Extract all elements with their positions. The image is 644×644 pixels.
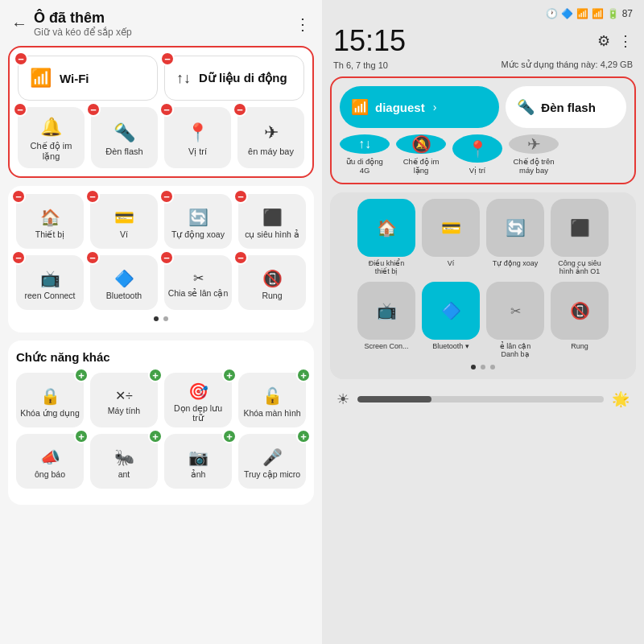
right-header: 15:15 ⚙ ⋮ [330, 24, 636, 58]
remove-badge[interactable]: − [14, 52, 28, 66]
rotate-tile[interactable]: − 🔄 Tự động xoay [164, 194, 232, 249]
remove-badge[interactable]: − [159, 250, 174, 265]
wallet2-wrap: 💳 Ví [422, 199, 480, 275]
app-lock-tile[interactable]: + 🔒 Khóa ứng dụng [16, 373, 84, 427]
ant-label: ant [118, 469, 130, 479]
dot-r3 [490, 365, 495, 369]
add-badge[interactable]: + [222, 429, 237, 444]
add-badge[interactable]: + [74, 368, 89, 382]
wallet2-icon: 💳 [441, 218, 461, 237]
add-badge[interactable]: + [148, 368, 163, 382]
screenconn2-label: Screen Con... [364, 342, 408, 350]
page-dots [16, 316, 306, 321]
bluetooth2-tile[interactable]: 🔷 [422, 282, 480, 340]
add-badge[interactable]: + [74, 429, 89, 444]
remove-badge[interactable]: − [86, 102, 101, 117]
bluetooth-icon: 🔷 [114, 269, 134, 288]
rotate2-tile[interactable]: 🔄 [486, 199, 544, 257]
bluetooth2-label: Bluetooth ▾ [432, 342, 469, 350]
nearby-share-tile[interactable]: − ✂ Chia sẻ lân cận [164, 255, 232, 310]
silent2-tile[interactable]: 🔕 [396, 134, 446, 154]
remove-badge[interactable]: − [159, 102, 174, 117]
vibrate2-tile[interactable]: 📵 [551, 282, 609, 340]
grid-row-1: − 🏠 Thiết bị − 💳 Ví − 🔄 Tự động xoay − ⬛… [16, 194, 306, 249]
right-top-row: 📶 diaguest › 🔦 Đèn flash [340, 86, 626, 128]
airplane2-tile[interactable]: ✈ [509, 134, 559, 154]
remove-badge[interactable]: − [160, 52, 175, 66]
more-menu-button[interactable]: ⋮ [295, 14, 311, 34]
screen2-tile[interactable]: ⬛ [551, 199, 609, 257]
screen-tool-tile[interactable]: − ⬛ cụ siêu hình ả [238, 194, 306, 249]
screen-label: cụ siêu hình ả [245, 229, 299, 239]
back-button[interactable]: ← [11, 14, 27, 33]
page-subtitle: Giữ và kéo để sắp xếp [34, 27, 132, 38]
bluetooth-label: Bluetooth [106, 291, 142, 300]
cleanup-icon: 🎯 [188, 382, 208, 401]
cleanup-tile[interactable]: + 🎯 Dọn dẹp lưu trữ [164, 373, 232, 427]
screen-lock-tile[interactable]: + 🔓 Khóa màn hình [238, 373, 306, 427]
add-badge[interactable]: + [148, 429, 163, 444]
remove-badge[interactable]: − [85, 189, 100, 204]
mobile4g-tile[interactable]: ↑↓ [340, 134, 390, 154]
home-tile[interactable]: − 🏠 Thiết bị [16, 194, 84, 249]
remove-badge[interactable]: − [85, 250, 100, 265]
remove-badge[interactable]: − [13, 102, 27, 117]
silent-tile[interactable]: − 🔔 Chế độ im lặng [18, 107, 85, 168]
photo-tile[interactable]: + 📷 ảnh [164, 434, 232, 489]
flash-tile[interactable]: − 🔦 Đèn flash [91, 107, 158, 168]
screen-connect-tile[interactable]: − 📺 reen Connect [16, 255, 84, 310]
location-tile[interactable]: − 📍 Vị trí [164, 107, 231, 168]
remove-badge[interactable]: − [11, 250, 26, 265]
notify-tile[interactable]: + 📣 ông báo [16, 434, 84, 489]
wallet-tile[interactable]: − 💳 Ví [90, 194, 158, 249]
airplane-tile[interactable]: − ✈ ên máy bay [237, 107, 304, 168]
remove-badge[interactable]: − [159, 189, 174, 204]
left-header-left: ← Ô đã thêm Giữ và kéo để sắp xếp [11, 10, 132, 38]
signal-icon: 📶 [592, 8, 604, 19]
date-label: Th 6, 7 thg 10 [333, 60, 388, 70]
vibrate2-label: Rung [571, 342, 588, 350]
screenconn2-tile[interactable]: 📺 [357, 282, 415, 340]
wifi-tile[interactable]: − 📶 Wi-Fi [18, 56, 158, 101]
add-badge[interactable]: + [296, 429, 311, 444]
brightness-fill [357, 396, 431, 402]
secondary-tiles-section: − 🏠 Thiết bị − 💳 Ví − 🔄 Tự động xoay − ⬛… [8, 186, 314, 332]
mobile4g-label: ữu di động4G [346, 157, 383, 175]
screenconn2-wrap: 📺 Screen Con... [357, 282, 415, 358]
settings-icon[interactable]: ⚙ [597, 32, 610, 50]
right-header-icons: ⚙ ⋮ [597, 32, 633, 50]
vibrate-tile[interactable]: − 📵 Rung [238, 255, 306, 310]
brightness-row: ☀ 🌟 [330, 386, 636, 413]
vibrate-label: Rung [262, 291, 282, 300]
wallet2-tile[interactable]: 💳 [422, 199, 480, 257]
flash-white-tile[interactable]: 🔦 Đèn flash [506, 86, 626, 128]
bottom-tiles-row: − 🔔 Chế độ im lặng − 🔦 Đèn flash − 📍 Vị … [18, 107, 304, 168]
mobile-data-tile[interactable]: − ↑↓ Dữ liệu di động [164, 56, 304, 101]
home2-tile[interactable]: 🏠 [357, 199, 415, 257]
other-functions-section: Chức năng khác + 🔒 Khóa ứng dụng + ✕÷ Má… [8, 341, 314, 505]
nearby2-wrap: ✂ ẻ lân cậnDanh bạ [486, 282, 544, 358]
remove-badge[interactable]: − [233, 189, 248, 204]
add-badge[interactable]: + [222, 368, 237, 382]
right-panel: 🕐 🔷 📶 📶 🔋 87 15:15 ⚙ ⋮ Th 6, 7 thg 10 Mứ… [322, 0, 644, 644]
more-icon[interactable]: ⋮ [618, 32, 633, 50]
calculator-tile[interactable]: + ✕÷ Máy tính [90, 373, 158, 427]
mic-tile[interactable]: + 🎤 Truy cập micro [238, 434, 306, 489]
remove-badge[interactable]: − [11, 189, 26, 204]
wifi-teal-label: diaguest [375, 101, 425, 114]
bluetooth-tile[interactable]: − 🔷 Bluetooth [90, 255, 158, 310]
add-badge[interactable]: + [296, 368, 311, 382]
location2-tile[interactable]: 📍 [452, 134, 502, 163]
screen-lock-icon: 🔓 [262, 386, 283, 406]
rotate2-label: Tự động xoay [493, 259, 539, 267]
brightness-bar[interactable] [357, 396, 604, 402]
remove-badge[interactable]: − [233, 250, 248, 265]
wifi-teal-tile[interactable]: 📶 diaguest › [340, 86, 499, 128]
remove-badge[interactable]: − [233, 102, 247, 117]
screen2-icon: ⬛ [570, 218, 590, 237]
bluetooth2-icon: 🔷 [441, 301, 461, 320]
status-bar: 🕐 🔷 📶 📶 🔋 87 [330, 8, 636, 24]
nearby2-tile[interactable]: ✂ [486, 282, 544, 340]
vibrate-icon: 📵 [262, 269, 283, 288]
ant-tile[interactable]: + 🐜 ant [90, 434, 158, 489]
